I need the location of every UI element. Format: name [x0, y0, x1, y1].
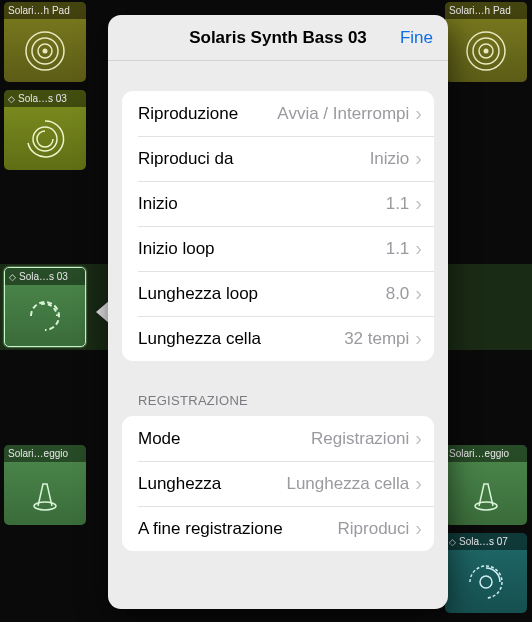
svg-point-10 [475, 502, 497, 510]
svg-point-3 [43, 48, 48, 53]
row-value: 8.0 [386, 284, 410, 304]
settings-popover: Solaris Synth Bass 03 Fine Riproduzione … [108, 15, 448, 609]
clip-cell-selected[interactable]: ◇Sola…s 03 [4, 267, 86, 347]
row-label: Inizio [138, 194, 386, 214]
loop-icon: ◇ [8, 94, 15, 104]
clip-cell[interactable]: ◇Sola…s 07 [445, 533, 527, 613]
waveform-icon [23, 472, 67, 516]
row-label: Lunghezza loop [138, 284, 386, 304]
svg-point-7 [484, 48, 489, 53]
chevron-right-icon: › [415, 327, 422, 350]
chevron-right-icon: › [415, 237, 422, 260]
row-value: 1.1 [386, 239, 410, 259]
row-value: 1.1 [386, 194, 410, 214]
row-recording-length[interactable]: Lunghezza Lunghezza cella › [122, 461, 434, 506]
loop-icon: ◇ [449, 537, 456, 547]
waveform-icon [23, 29, 67, 73]
loop-icon: ◇ [9, 272, 16, 282]
clip-cell[interactable]: Solari…h Pad [445, 2, 527, 82]
svg-point-9 [34, 502, 56, 510]
waveform-icon [23, 117, 67, 161]
waveform-icon [464, 472, 508, 516]
chevron-right-icon: › [415, 427, 422, 450]
clip-label: Solari…eggio [4, 445, 86, 462]
row-value: Inizio [370, 149, 410, 169]
row-label: Riproduci da [138, 149, 370, 169]
chevron-right-icon: › [415, 517, 422, 540]
row-cell-length[interactable]: Lunghezza cella 32 tempi › [122, 316, 434, 361]
clip-label: Solari…eggio [445, 445, 527, 462]
row-label: Mode [138, 429, 311, 449]
clip-cell[interactable]: Solari…h Pad [4, 2, 86, 82]
row-label: Riproduzione [138, 104, 277, 124]
svg-point-11 [480, 576, 492, 588]
row-value: Registrazioni [311, 429, 409, 449]
waveform-icon [23, 294, 67, 338]
popover-header: Solaris Synth Bass 03 Fine [108, 15, 448, 61]
clip-cell[interactable]: Solari…eggio [445, 445, 527, 525]
row-playback[interactable]: Riproduzione Avvia / Interrompi › [122, 91, 434, 136]
row-label: Inizio loop [138, 239, 386, 259]
clip-label: ◇Sola…s 03 [4, 90, 86, 107]
row-start[interactable]: Inizio 1.1 › [122, 181, 434, 226]
row-value: Lunghezza cella [286, 474, 409, 494]
waveform-icon [464, 560, 508, 604]
row-label: Lunghezza [138, 474, 286, 494]
clip-label: Solari…h Pad [4, 2, 86, 19]
clip-label: Solari…h Pad [445, 2, 527, 19]
chevron-right-icon: › [415, 282, 422, 305]
row-play-from[interactable]: Riproduci da Inizio › [122, 136, 434, 181]
row-label: A fine registrazione [138, 519, 338, 539]
row-loop-length[interactable]: Lunghezza loop 8.0 › [122, 271, 434, 316]
chevron-right-icon: › [415, 192, 422, 215]
clip-cell[interactable]: Solari…eggio [4, 445, 86, 525]
row-value: 32 tempi [344, 329, 409, 349]
clip-label: ◇Sola…s 07 [445, 533, 527, 550]
clip-cell[interactable]: ◇Sola…s 03 [4, 90, 86, 170]
row-recording-mode[interactable]: Mode Registrazioni › [122, 416, 434, 461]
row-value: Riproduci [338, 519, 410, 539]
row-loop-start[interactable]: Inizio loop 1.1 › [122, 226, 434, 271]
row-value: Avvia / Interrompi [277, 104, 409, 124]
playback-settings-group: Riproduzione Avvia / Interrompi › Riprod… [122, 91, 434, 361]
row-after-recording[interactable]: A fine registrazione Riproduci › [122, 506, 434, 551]
clip-label: ◇Sola…s 03 [5, 268, 85, 285]
done-button[interactable]: Fine [400, 15, 433, 61]
waveform-icon [464, 29, 508, 73]
popover-title: Solaris Synth Bass 03 [189, 28, 367, 48]
recording-section-header: REGISTRAZIONE [122, 393, 434, 416]
recording-settings-group: Mode Registrazioni › Lunghezza Lunghezza… [122, 416, 434, 551]
chevron-right-icon: › [415, 102, 422, 125]
chevron-right-icon: › [415, 472, 422, 495]
chevron-right-icon: › [415, 147, 422, 170]
row-label: Lunghezza cella [138, 329, 344, 349]
